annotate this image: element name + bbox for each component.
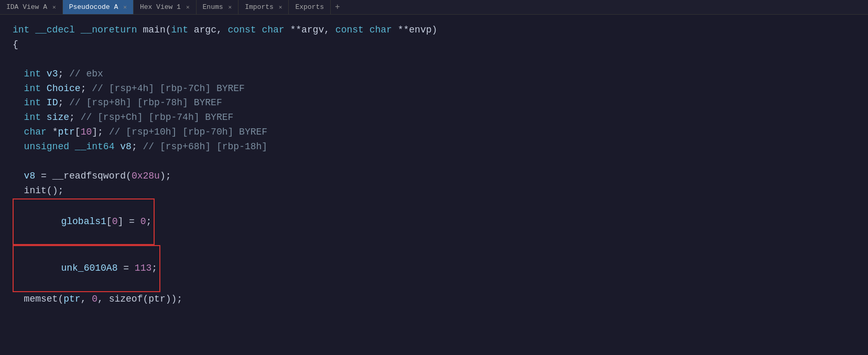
var-v3: int v3; // ebx: [13, 67, 855, 82]
tab-close-pseudocode[interactable]: ✕: [123, 4, 127, 10]
tab-close-enums[interactable]: ✕: [229, 4, 232, 10]
tab-exports[interactable]: Exports: [289, 0, 331, 14]
var-globals1: globals1: [61, 216, 106, 227]
stmt-v8-assign: v8 = __readfsqword(0x28u);: [13, 169, 855, 184]
tab-close-imports[interactable]: ✕: [279, 4, 283, 10]
tab-label-imports: Imports: [245, 3, 274, 11]
num-0x28u: 0x28u: [132, 169, 160, 184]
tab-hex-view[interactable]: Hex View 1 ✕: [134, 0, 197, 14]
kw-int-size: int: [24, 110, 41, 125]
param-type-int: int: [171, 23, 188, 38]
blank-2: [13, 154, 855, 169]
keyword-noreturn: __noreturn: [81, 23, 137, 38]
var-v8-ref: v8: [24, 169, 36, 184]
tab-pseudocode[interactable]: Pseudocode A ✕: [63, 0, 134, 14]
varname-v8: v8: [120, 140, 132, 154]
fn-init: init: [24, 184, 47, 198]
tab-enums[interactable]: Enums ✕: [197, 0, 239, 14]
var-ptr-ref: ptr: [63, 292, 80, 307]
param-type-char2: char: [370, 23, 392, 38]
var-choice: int Choice; // [rsp+4h] [rbp-7Ch] BYREF: [13, 82, 855, 96]
kw-int-id: int: [24, 96, 41, 110]
code-signature-line: int __cdecl __noreturn main(int argc, co…: [13, 23, 855, 38]
tab-imports[interactable]: Imports ✕: [238, 0, 289, 14]
code-open-brace: {: [13, 38, 855, 52]
varname-v3: v3: [47, 67, 58, 82]
var-id: int ID; // [rsp+8h] [rbp-78h] BYREF: [13, 96, 855, 110]
var-unk: unk_6010A8: [61, 263, 117, 273]
comment-v8: // [rsp+68h] [rbp-18h]: [143, 140, 268, 154]
func-name: main: [143, 23, 166, 38]
tab-close-ida-view[interactable]: ✕: [52, 4, 56, 10]
kw-int-choice: int: [24, 82, 41, 96]
comment-v3: // ebx: [69, 67, 103, 82]
var-ptr: char *ptr[10]; // [rsp+10h] [rbp-70h] BY…: [13, 125, 855, 140]
comment-choice: // [rsp+4h] [rbp-7Ch] BYREF: [92, 82, 245, 96]
comment-ptr: // [rsp+10h] [rbp-70h] BYREF: [109, 125, 267, 140]
stmt-unk: unk_6010A8 = 113;: [13, 245, 855, 292]
keyword-const: const: [228, 23, 256, 38]
varname-choice: Choice: [47, 82, 81, 96]
tab-close-hex-view[interactable]: ✕: [186, 4, 190, 10]
num-10: 10: [81, 125, 92, 140]
tab-label-hex-view: Hex View 1: [140, 3, 181, 11]
stmt-globals1: globals1[0] = 0;: [13, 198, 855, 246]
fn-readfsqword: __readfsqword: [52, 169, 126, 184]
var-size: int size; // [rsp+Ch] [rbp-74h] BYREF: [13, 110, 855, 125]
param-type-char: char: [262, 23, 284, 38]
tab-add-button[interactable]: +: [331, 0, 344, 14]
code-area: int __cdecl __noreturn main(int argc, co…: [0, 15, 868, 355]
keyword-const2: const: [335, 23, 364, 38]
keyword-int: int: [13, 23, 29, 38]
tab-label-pseudocode: Pseudocode A: [69, 3, 118, 11]
comment-size: // [rsp+Ch] [rbp-74h] BYREF: [81, 110, 234, 125]
num-113: 113: [135, 263, 151, 273]
num-0-memset: 0: [92, 292, 97, 307]
var-v8: unsigned __int64 v8; // [rsp+68h] [rbp-1…: [13, 140, 855, 154]
highlight-globals1: globals1[0] = 0;: [13, 198, 155, 246]
num-0-val: 0: [140, 216, 146, 227]
stmt-init: init();: [13, 184, 855, 198]
comment-id: // [rsp+8h] [rbp-78h] BYREF: [69, 96, 222, 110]
varname-size: size: [47, 110, 69, 125]
keyword-cdecl: __cdecl: [35, 23, 75, 38]
tab-bar: IDA View A ✕ Pseudocode A ✕ Hex View 1 ✕…: [0, 0, 868, 15]
kw-unsigned: unsigned: [24, 140, 69, 154]
fn-memset: memset: [24, 292, 58, 307]
stmt-memset: memset(ptr, 0, sizeof(ptr));: [13, 292, 855, 307]
kw-int64: __int64: [75, 140, 115, 154]
tab-ida-view[interactable]: IDA View A ✕: [0, 0, 63, 14]
highlight-unk: unk_6010A8 = 113;: [13, 245, 160, 292]
tab-label-exports: Exports: [295, 3, 324, 11]
kw-char: char: [24, 125, 47, 140]
num-0: 0: [112, 216, 118, 227]
varname-ptr: ptr: [58, 125, 74, 140]
tab-label-enums: Enums: [203, 3, 223, 11]
tab-label-ida-view: IDA View A: [6, 3, 47, 11]
blank-1: [13, 52, 855, 67]
kw-int-v3: int: [24, 67, 41, 82]
varname-id: ID: [47, 96, 58, 110]
